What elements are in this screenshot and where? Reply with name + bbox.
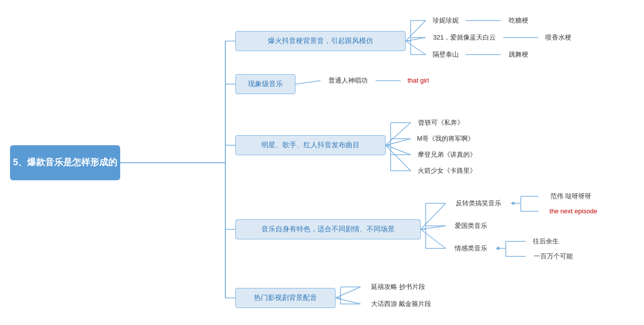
node-热门影视剧背景配音: 热门影视剧背景配音: [235, 288, 336, 308]
svg-line-34: [421, 229, 446, 248]
node-爱国类音乐: 爱国类音乐: [446, 219, 496, 232]
svg-line-47: [336, 298, 361, 304]
svg-line-3: [406, 38, 426, 41]
node-摩登兄弟《讲真的》: 摩登兄弟《讲真的》: [411, 148, 483, 161]
node-M哥《我的将军啊》: M哥《我的将军啊》: [411, 132, 481, 145]
node-延禧攻略-抄书片段: 延禧攻略 抄书片段: [361, 280, 436, 293]
svg-line-13: [295, 81, 320, 84]
node-5、爆款音乐是怎样形成的: 5、爆款音乐是怎样形成的: [10, 145, 120, 180]
svg-point-30: [512, 202, 515, 205]
node-情感类音乐: 情感类音乐: [446, 242, 496, 255]
svg-line-46: [336, 287, 361, 298]
node-珍妮珍妮: 珍妮珍妮: [426, 14, 466, 27]
svg-line-16: [386, 123, 411, 145]
node-音乐自身有特色，适合不同剧情、不同场景: 音乐自身有特色，适合不同剧情、不同场景: [235, 219, 421, 239]
node-喷香水梗: 喷香水梗: [538, 31, 578, 44]
node-大话西游-戴金箍片段: 大话西游 戴金箍片段: [361, 297, 442, 310]
node-the-next-episode: the next episode: [538, 205, 608, 218]
svg-line-19: [386, 145, 411, 171]
node-爆火抖音梗背景音，引起跟风模仿: 爆火抖音梗背景音，引起跟风模仿: [235, 31, 406, 51]
node-321，爱就像蓝天白云: 321，爱就像蓝天白云: [426, 31, 503, 44]
node-明星、歌手、红人抖音发布曲目: 明星、歌手、红人抖音发布曲目: [235, 135, 386, 155]
node-反转类搞笑音乐: 反转类搞笑音乐: [446, 197, 511, 210]
node-隔壁泰山: 隔壁泰山: [426, 48, 466, 61]
mind-map: 5、爆款音乐是怎样形成的爆火抖音梗背景音，引起跟风模仿珍妮珍妮吃糖梗321，爱就…: [0, 0, 644, 325]
svg-line-5: [406, 41, 426, 55]
svg-line-27: [421, 203, 446, 229]
node-跳舞梗: 跳舞梗: [501, 48, 536, 61]
svg-line-33: [421, 226, 446, 229]
node-火箭少女《卡路里》: 火箭少女《卡路里》: [411, 164, 483, 177]
node-范伟--哒呀呀呀: 范伟 哒呀呀呀: [538, 190, 603, 203]
node-现象级音乐: 现象级音乐: [235, 74, 295, 94]
svg-line-17: [386, 139, 411, 145]
svg-line-1: [406, 21, 426, 41]
node-that-girl: that girl: [401, 74, 436, 87]
node-吃糖梗: 吃糖梗: [501, 14, 536, 27]
svg-line-18: [386, 145, 411, 155]
node-普通人神唱功: 普通人神唱功: [320, 74, 376, 87]
node-一百万个可能: 一百万个可能: [526, 250, 581, 263]
node-往后余生: 往后余生: [526, 235, 566, 248]
svg-point-37: [497, 247, 500, 250]
node-曾轶可《私奔》: 曾轶可《私奔》: [411, 116, 471, 129]
